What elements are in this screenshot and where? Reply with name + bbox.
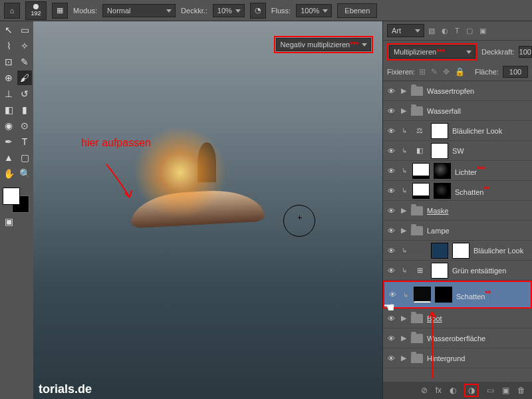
layer-row[interactable]: 👁↳⊞Grün entsättigen	[383, 261, 532, 281]
canvas-area[interactable]: hier aufpassen Negativ multiplizieren **…	[33, 21, 382, 399]
layer-name[interactable]: Lampe	[427, 227, 529, 235]
visibility-toggle[interactable]: 👁	[386, 247, 396, 255]
layer-row[interactable]: 👁▶ Hintergrund	[383, 348, 532, 368]
crop-tool[interactable]: ⊡	[1, 55, 16, 69]
zoom-tool[interactable]: 🔍	[17, 166, 32, 181]
canvas-blend-dropdown[interactable]: Negativ multiplizieren ***	[276, 38, 371, 51]
pen-tool[interactable]: ✒	[1, 134, 16, 149]
eyedropper-tool[interactable]: ✎	[17, 55, 32, 69]
hand-tool[interactable]: ✋	[1, 166, 16, 181]
lock-all-icon[interactable]: 🔒	[455, 67, 465, 76]
visibility-toggle[interactable]: 👁	[386, 107, 396, 115]
color-swatches[interactable]	[1, 186, 32, 213]
mask-icon[interactable]: ◐	[450, 386, 456, 395]
layer-row[interactable]: 👁▶ Wassertropfen	[383, 81, 532, 101]
lock-transparent-icon[interactable]: ⊞	[419, 67, 426, 76]
marquee-tool[interactable]: ▭	[17, 23, 32, 37]
home-icon[interactable]: ⌂	[4, 3, 20, 19]
layer-row[interactable]: 👁↳Bläulicher Look	[383, 241, 532, 261]
visibility-toggle[interactable]: 👁	[386, 87, 396, 95]
dodge-tool[interactable]: ⊙	[17, 118, 32, 133]
visibility-toggle[interactable]: 👁	[386, 227, 396, 235]
blur-tool[interactable]: ◉	[1, 118, 16, 133]
foreground-swatch[interactable]	[3, 188, 20, 205]
visibility-toggle[interactable]: 👁	[386, 334, 396, 342]
layer-name[interactable]: SW	[452, 147, 529, 155]
lock-paint-icon[interactable]: ✎	[431, 67, 438, 76]
layer-row[interactable]: 👁↳ Schatten**	[383, 181, 532, 201]
path-select-tool[interactable]: ▲	[1, 150, 16, 165]
opacity-dropdown[interactable]: 10%	[213, 4, 245, 17]
layer-name[interactable]: Grün entsättigen	[452, 267, 529, 275]
filter-shape-icon[interactable]: ▢	[466, 27, 473, 35]
link-layers-icon[interactable]: ⊘	[421, 386, 428, 395]
layer-row[interactable]: 👁↳ Lichter***	[383, 161, 532, 181]
lasso-tool[interactable]: ⌇	[1, 39, 16, 53]
layer-row[interactable]: 👁▶ Wasseroberfläche	[383, 329, 532, 348]
new-layer-icon[interactable]: ▣	[502, 386, 509, 395]
eraser-tool[interactable]: ◧	[1, 102, 16, 117]
magic-wand-tool[interactable]: ✧	[17, 39, 32, 53]
blend-mode-dropdown[interactable]: Normal	[102, 4, 176, 17]
stamp-tool[interactable]: ⊥	[1, 86, 16, 101]
expand-icon[interactable]: ▶	[400, 226, 407, 235]
layer-name[interactable]: Lichter***	[455, 165, 529, 176]
layer-row[interactable]: 👁↳ Schatten**	[383, 281, 532, 309]
shape-tool[interactable]: ▢	[17, 150, 32, 165]
expand-icon[interactable]: ▶	[400, 354, 407, 362]
visibility-toggle[interactable]: 👁	[386, 127, 396, 135]
lock-position-icon[interactable]: ✥	[443, 67, 450, 76]
healing-tool[interactable]: ⊕	[1, 70, 16, 85]
expand-icon[interactable]: ▶	[400, 314, 407, 323]
history-brush-tool[interactable]: ↺	[17, 86, 32, 101]
filter-type-icon[interactable]: T	[455, 27, 460, 35]
expand-icon[interactable]: ▶	[400, 86, 407, 95]
layer-name[interactable]: Bläulicher Look	[452, 127, 529, 135]
visibility-toggle[interactable]: 👁	[386, 354, 396, 362]
layer-row[interactable]: 👁▶ Maske	[383, 201, 532, 221]
layer-name[interactable]: Boot	[427, 315, 529, 323]
visibility-toggle[interactable]: 👁	[386, 167, 396, 175]
new-group-icon[interactable]: ▭	[487, 386, 494, 395]
layer-name[interactable]: Bläulicher Look	[473, 247, 529, 255]
visibility-toggle[interactable]: 👁	[386, 267, 396, 275]
layer-name[interactable]: Maske	[427, 207, 529, 215]
visibility-toggle[interactable]: 👁	[386, 147, 396, 155]
layer-name[interactable]: Schatten**	[456, 289, 528, 301]
filter-pixel-icon[interactable]: ▧	[428, 27, 435, 35]
expand-icon[interactable]: ▶	[400, 334, 407, 342]
visibility-toggle[interactable]: 👁	[386, 315, 396, 323]
layer-name[interactable]: Wasseroberfläche	[427, 334, 529, 342]
type-tool[interactable]: T	[17, 134, 32, 149]
gradient-tool[interactable]: ▮	[17, 102, 32, 117]
layer-row[interactable]: 👁▶ Lampe	[383, 221, 532, 241]
filter-adjust-icon[interactable]: ◐	[442, 27, 448, 35]
filter-smart-icon[interactable]: ▣	[479, 27, 486, 35]
layer-name[interactable]: Wassertropfen	[427, 87, 529, 95]
filter-kind-dropdown[interactable]: Art	[387, 24, 424, 37]
layer-name[interactable]: Wasserfall	[427, 107, 529, 115]
expand-icon[interactable]: ▶	[400, 106, 407, 115]
visibility-toggle[interactable]: 👁	[386, 187, 396, 195]
flow-dropdown[interactable]: 100%	[296, 4, 332, 17]
expand-icon[interactable]: ▶	[400, 206, 407, 215]
layer-name[interactable]: Schatten**	[455, 185, 529, 196]
quickmask-toggle[interactable]: ▣	[1, 214, 16, 229]
pressure-opacity-icon[interactable]: ◔	[250, 3, 266, 19]
layers-panel-tab[interactable]: Ebenen	[337, 3, 377, 18]
layer-blend-dropdown[interactable]: Multiplizieren ***	[389, 45, 475, 59]
move-tool[interactable]: ↖	[1, 23, 16, 37]
delete-layer-icon[interactable]: 🗑	[517, 386, 525, 395]
visibility-toggle[interactable]: 👁	[387, 291, 398, 299]
visibility-toggle[interactable]: 👁	[386, 207, 396, 215]
layer-opacity-value[interactable]: 100	[519, 46, 532, 58]
layer-row[interactable]: 👁↳◧SW	[383, 141, 532, 161]
layer-row[interactable]: 👁▶ Boot	[383, 309, 532, 329]
new-adjustment-icon[interactable]: ◑	[468, 386, 475, 395]
brush-panel-toggle[interactable]: ▦	[52, 3, 68, 19]
fill-value[interactable]: 100	[503, 66, 528, 78]
fx-icon[interactable]: fx	[436, 386, 442, 395]
brush-preset-picker[interactable]: 192	[25, 1, 47, 20]
layer-name[interactable]: Hintergrund	[427, 354, 529, 362]
brush-tool[interactable]: 🖌	[17, 70, 32, 85]
